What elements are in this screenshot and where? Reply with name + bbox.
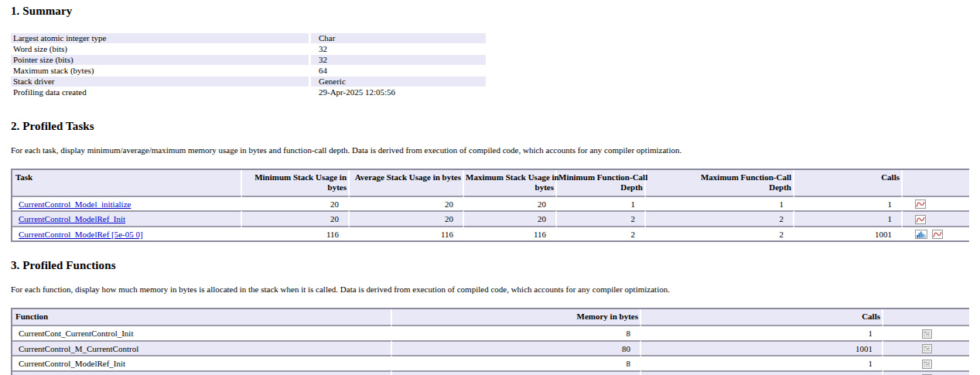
task-row: CurrentControl_ModelRef_Init 20 20 20 2 … bbox=[12, 210, 969, 225]
summary-heading: 1. Summary bbox=[11, 5, 969, 18]
column-header-memory: Memory in bytes bbox=[392, 309, 641, 325]
summary-label: Word size (bits) bbox=[11, 44, 311, 54]
summary-row: Pointer size (bits) 32 bbox=[11, 55, 486, 65]
calls-value: 1 bbox=[641, 355, 883, 370]
column-header-function: Function bbox=[12, 309, 392, 325]
summary-row: Word size (bits) 32 bbox=[11, 44, 486, 54]
avg-stack-value: 116 bbox=[350, 226, 464, 240]
summary-label: Stack driver bbox=[11, 77, 311, 87]
profiled-tasks-description: For each task, display minimum/average/m… bbox=[11, 145, 969, 155]
stack-usage-plot-icon[interactable] bbox=[915, 199, 926, 209]
profiled-functions-table: Function Memory in bytes Calls CurrentCo… bbox=[11, 308, 969, 375]
min-stack-value: 20 bbox=[242, 196, 350, 210]
function-name: CurrentControl_ModelRef_Init bbox=[12, 355, 392, 370]
column-header-avg-stack: Average Stack Usage in bytes bbox=[350, 170, 464, 196]
avg-stack-value: 20 bbox=[350, 196, 464, 210]
memory-value: 80 bbox=[392, 340, 641, 355]
calls-value: 1001 bbox=[794, 226, 903, 240]
max-stack-value: 20 bbox=[464, 210, 557, 225]
column-header-min-stack: Minimum Stack Usage inbytes bbox=[242, 170, 350, 196]
max-stack-value: 20 bbox=[464, 196, 557, 210]
summary-value: 29-Apr-2025 12:05:56 bbox=[311, 87, 486, 97]
profiled-functions-description: For each function, display how much memo… bbox=[11, 285, 969, 294]
profiled-tasks-heading: 2. Profiled Tasks bbox=[11, 120, 969, 133]
task-link[interactable]: CurrentControl_ModelRef [5e-05 0] bbox=[19, 230, 143, 239]
task-link[interactable]: CurrentControl_Model_initialize bbox=[19, 199, 131, 209]
stack-usage-histogram-icon[interactable] bbox=[915, 230, 927, 239]
summary-table: Largest atomic integer type Char Word si… bbox=[11, 32, 486, 98]
memory-value: 8 bbox=[392, 325, 641, 339]
function-row: CurrentControl_ModelRef 32 1001 bbox=[12, 370, 969, 375]
tasks-header-row: Task Minimum Stack Usage inbytes Average… bbox=[12, 170, 969, 196]
max-depth-value: 1 bbox=[646, 196, 794, 210]
column-header-calls: Calls bbox=[641, 309, 883, 325]
task-row: CurrentControl_Model_initialize 20 20 20… bbox=[12, 196, 969, 210]
column-header-min-depth: Minimum Function-CallDepth bbox=[557, 170, 646, 196]
summary-value: 32 bbox=[311, 55, 486, 65]
profiled-functions-heading: 3. Profiled Functions bbox=[11, 259, 969, 272]
function-name: CurrentControl_M_CurrentControl bbox=[12, 340, 392, 355]
min-stack-value: 20 bbox=[242, 210, 350, 225]
column-header-listing bbox=[883, 309, 969, 325]
summary-row: Stack driver Generic bbox=[11, 77, 486, 87]
min-depth-value: 2 bbox=[557, 226, 646, 240]
calls-value: 1001 bbox=[641, 370, 883, 375]
min-stack-value: 116 bbox=[242, 226, 350, 240]
call-listing-icon[interactable] bbox=[922, 360, 932, 369]
min-depth-value: 1 bbox=[557, 196, 646, 210]
summary-label: Maximum stack (bytes) bbox=[11, 66, 311, 76]
summary-label: Pointer size (bits) bbox=[11, 55, 311, 65]
call-listing-icon[interactable] bbox=[922, 329, 932, 339]
function-row: CurrentCont_CurrentControl_Init 8 1 bbox=[12, 325, 969, 339]
calls-value: 1001 bbox=[641, 340, 883, 355]
summary-label: Largest atomic integer type bbox=[11, 33, 311, 43]
summary-row: Largest atomic integer type Char bbox=[11, 33, 486, 43]
max-depth-value: 2 bbox=[646, 226, 794, 240]
task-row: CurrentControl_ModelRef [5e-05 0] 116 11… bbox=[12, 226, 969, 240]
call-listing-icon[interactable] bbox=[922, 344, 932, 353]
profiled-tasks-table: Task Minimum Stack Usage inbytes Average… bbox=[11, 169, 969, 242]
stack-usage-plot-icon[interactable] bbox=[932, 230, 943, 239]
task-link[interactable]: CurrentControl_ModelRef_Init bbox=[19, 214, 125, 223]
summary-row: Maximum stack (bytes) 64 bbox=[11, 66, 486, 76]
column-header-max-stack: Maximum Stack Usage inbytes bbox=[464, 170, 557, 196]
function-row: CurrentControl_ModelRef_Init 8 1 bbox=[12, 355, 969, 370]
calls-value: 1 bbox=[641, 325, 883, 339]
column-header-plots bbox=[903, 170, 969, 196]
function-row: CurrentControl_M_CurrentControl 80 1001 bbox=[12, 340, 969, 355]
avg-stack-value: 20 bbox=[350, 210, 464, 225]
summary-value: Generic bbox=[311, 77, 486, 87]
functions-header-row: Function Memory in bytes Calls bbox=[12, 309, 969, 325]
stack-usage-plot-icon[interactable] bbox=[915, 215, 926, 224]
column-header-calls: Calls bbox=[794, 170, 903, 196]
min-depth-value: 2 bbox=[557, 210, 646, 225]
summary-value: 32 bbox=[311, 44, 486, 54]
summary-row: Profiling data created 29-Apr-2025 12:05… bbox=[11, 87, 486, 97]
calls-value: 1 bbox=[794, 210, 903, 225]
max-depth-value: 2 bbox=[646, 210, 794, 225]
max-stack-value: 116 bbox=[464, 226, 557, 240]
column-header-max-depth: Maximum Function-CallDepth bbox=[646, 170, 794, 196]
memory-value: 8 bbox=[392, 355, 641, 370]
summary-label: Profiling data created bbox=[11, 87, 311, 97]
function-name: CurrentCont_CurrentControl_Init bbox=[12, 325, 392, 339]
summary-value: 64 bbox=[311, 66, 486, 76]
calls-value: 1 bbox=[794, 196, 903, 210]
memory-value: 32 bbox=[392, 370, 641, 375]
column-header-task: Task bbox=[12, 170, 242, 196]
function-name: CurrentControl_ModelRef bbox=[12, 370, 392, 375]
summary-value: Char bbox=[311, 33, 486, 43]
